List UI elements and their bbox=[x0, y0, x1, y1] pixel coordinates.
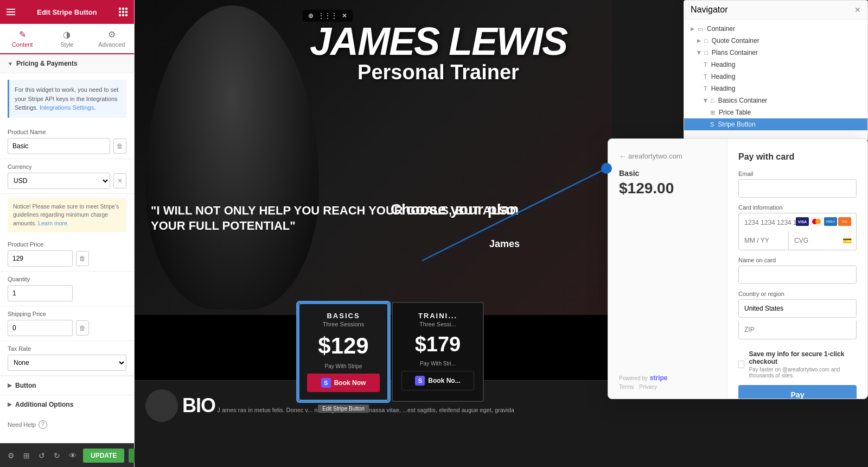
canvas-close-btn[interactable]: ✕ bbox=[342, 12, 347, 20]
choose-plan-area: Choose your plan bbox=[297, 185, 612, 218]
pay-button[interactable]: Pay bbox=[738, 385, 857, 399]
left-panel: Edit Stripe Button ✎ Content ◑ Style ⚙ A… bbox=[0, 0, 135, 467]
tab-advanced[interactable]: ⚙ Advanced bbox=[90, 24, 134, 53]
quantity-input[interactable] bbox=[8, 285, 73, 301]
card-info-label: Card information bbox=[738, 204, 857, 211]
plan-training-name: TRAINI... bbox=[401, 312, 474, 320]
product-price-input[interactable] bbox=[8, 250, 73, 267]
nav-container[interactable]: ▶ ▭ Container bbox=[684, 23, 867, 35]
hero-subtitle: Personal Trainer bbox=[286, 61, 590, 84]
nav-basics-icon: □ bbox=[711, 97, 714, 104]
nav-quote-arrow: ▶ bbox=[697, 38, 701, 43]
stripe-country-select[interactable]: United States bbox=[738, 299, 857, 318]
currency-field: Currency USD EUR GBP ✕ bbox=[0, 159, 134, 194]
nav-heading-1[interactable]: T Heading bbox=[684, 59, 867, 71]
stripe-footer: Powered by stripe Terms Privacy bbox=[619, 374, 668, 390]
canvas-toolbar: ⊕ ⋮⋮⋮ ✕ bbox=[303, 10, 353, 22]
plan-training[interactable]: TRAINI... Three Sessi... $179 Pay With S… bbox=[392, 302, 484, 402]
tab-content[interactable]: ✎ Content bbox=[0, 24, 44, 54]
notice-box: Notice! Please make sure to meet Stripe'… bbox=[8, 198, 126, 232]
canvas-move-btn[interactable]: ⊕ bbox=[308, 12, 314, 20]
learn-more-link[interactable]: Learn more. bbox=[38, 220, 69, 226]
plan-basics-price: $129 bbox=[307, 333, 380, 359]
card-bottom-row: 💳 bbox=[738, 231, 857, 250]
product-name-clear-btn[interactable]: 🗑 bbox=[113, 138, 126, 154]
need-help[interactable]: Need Help ? bbox=[0, 414, 134, 436]
product-price-clear-btn[interactable]: 🗑 bbox=[76, 251, 89, 266]
layers-toolbar-btn[interactable]: ⊞ bbox=[21, 449, 32, 462]
edit-stripe-label: Edit Stripe Button bbox=[318, 405, 369, 413]
grid-menu[interactable] bbox=[119, 8, 127, 16]
redo-toolbar-btn[interactable]: ↻ bbox=[52, 449, 62, 462]
nav-heading1-icon: T bbox=[704, 61, 707, 68]
plan-basics-pay: Pay With Stripe bbox=[307, 363, 380, 369]
tax-rate-select[interactable]: None bbox=[8, 355, 126, 371]
stripe-brand-icon: stripe bbox=[650, 374, 668, 382]
tab-style[interactable]: ◑ Style bbox=[44, 24, 89, 53]
product-price-field: Product Price 🗑 bbox=[0, 237, 134, 272]
save-info: Save my info for secure 1-click checkout… bbox=[749, 350, 857, 378]
canvas-grid-btn[interactable]: ⋮⋮⋮ bbox=[318, 12, 337, 20]
content-icon: ✎ bbox=[19, 29, 26, 40]
stripe-back-btn[interactable]: ← areafortytwo.com bbox=[619, 152, 682, 160]
stripe-email-input[interactable] bbox=[738, 179, 857, 198]
tabs-row: ✎ Content ◑ Style ⚙ Advanced bbox=[0, 24, 134, 54]
card-input-wrapper: VISA AMEX DIS 💳 bbox=[738, 213, 857, 250]
quantity-field: Quantity bbox=[0, 272, 134, 306]
nav-pricetable-icon: ⊞ bbox=[710, 109, 715, 116]
terms-link[interactable]: Terms bbox=[619, 384, 634, 390]
additional-options-section[interactable]: ▶ Additional Options bbox=[0, 395, 134, 414]
plan-basics[interactable]: BASICS Three Sessions $129 Pay With Stri… bbox=[297, 302, 390, 402]
nav-heading2-icon: T bbox=[704, 73, 707, 80]
undo-toolbar-btn[interactable]: ↺ bbox=[36, 449, 47, 462]
book-training-btn[interactable]: S Book No... bbox=[401, 371, 474, 390]
panel-content: ▼ Pricing & Payments For this widget to … bbox=[0, 54, 134, 443]
pricing-section-header[interactable]: ▼ Pricing & Payments bbox=[0, 54, 134, 73]
stripe-checkout-panel: ← areafortytwo.com Basic $129.00 Powered… bbox=[608, 138, 868, 399]
stripe-mm-input[interactable] bbox=[739, 231, 789, 250]
card-back-icon: 💳 bbox=[843, 236, 852, 245]
integrations-link[interactable]: Integrations Settings bbox=[40, 104, 94, 111]
nav-heading-2[interactable]: T Heading bbox=[684, 71, 867, 83]
currency-select[interactable]: USD EUR GBP bbox=[8, 173, 110, 189]
nav-stripe-icon: S bbox=[710, 121, 714, 128]
stripe-merchant-url: areafortytwo.com bbox=[628, 152, 682, 160]
country-label: Country or region bbox=[738, 291, 857, 297]
privacy-link[interactable]: Privacy bbox=[639, 384, 657, 390]
nav-close-btn[interactable]: ✕ bbox=[854, 5, 861, 14]
nav-price-table[interactable]: ⊞ Price Table bbox=[684, 106, 867, 118]
book-basics-btn[interactable]: S Book Now bbox=[307, 374, 380, 392]
button-section[interactable]: ▶ Button bbox=[0, 376, 134, 395]
stripe-left: ← areafortytwo.com Basic $129.00 Powered… bbox=[608, 139, 727, 399]
stripe-price: $129.00 bbox=[619, 180, 716, 197]
stripe-product-name: Basic bbox=[619, 169, 716, 178]
discover-icon: DIS bbox=[838, 217, 851, 226]
back-arrow-icon: ← bbox=[619, 152, 626, 160]
update-button[interactable]: UPDATE bbox=[83, 449, 124, 463]
stripe-name-input[interactable] bbox=[738, 266, 857, 284]
hamburger-menu[interactable] bbox=[7, 9, 15, 15]
nav-stripe-button[interactable]: S Stripe Button bbox=[684, 118, 867, 130]
main-canvas: ⊕ ⋮⋮⋮ ✕ JAMES LEWIS Personal Trainer "I … bbox=[135, 0, 868, 467]
product-name-input[interactable] bbox=[8, 138, 110, 154]
save-row: Save my info for secure 1-click checkout… bbox=[738, 350, 857, 378]
shipping-price-input[interactable] bbox=[8, 320, 73, 336]
nav-quote-container[interactable]: ▶ □ Quote Container bbox=[684, 35, 867, 47]
nav-basics-container[interactable]: ▶ □ Basics Container bbox=[684, 94, 867, 106]
pricing-arrow-icon: ▼ bbox=[8, 61, 13, 67]
choose-plan-text: Choose your plan bbox=[297, 201, 612, 218]
stripe-cvg-input[interactable] bbox=[789, 231, 838, 250]
nav-header: Navigator ✕ bbox=[684, 1, 867, 20]
currency-clear-btn[interactable]: ✕ bbox=[113, 173, 126, 188]
settings-toolbar-btn[interactable]: ⚙ bbox=[5, 449, 17, 462]
nav-plans-container[interactable]: ▶ □ Plans Container bbox=[684, 47, 867, 59]
hero-title: JAMES LEWIS bbox=[286, 22, 590, 61]
nav-heading-3[interactable]: T Heading bbox=[684, 83, 867, 94]
stripe-s2-icon: S bbox=[415, 376, 425, 386]
shipping-price-clear-btn[interactable]: 🗑 bbox=[76, 320, 89, 336]
save-checkbox[interactable] bbox=[738, 361, 744, 368]
stripe-zip-input[interactable] bbox=[738, 321, 857, 339]
eye-toolbar-btn[interactable]: 👁 bbox=[67, 449, 79, 462]
save-label: Save my info for secure 1-click checkout bbox=[749, 350, 857, 365]
additional-arrow-icon: ▶ bbox=[8, 401, 12, 407]
